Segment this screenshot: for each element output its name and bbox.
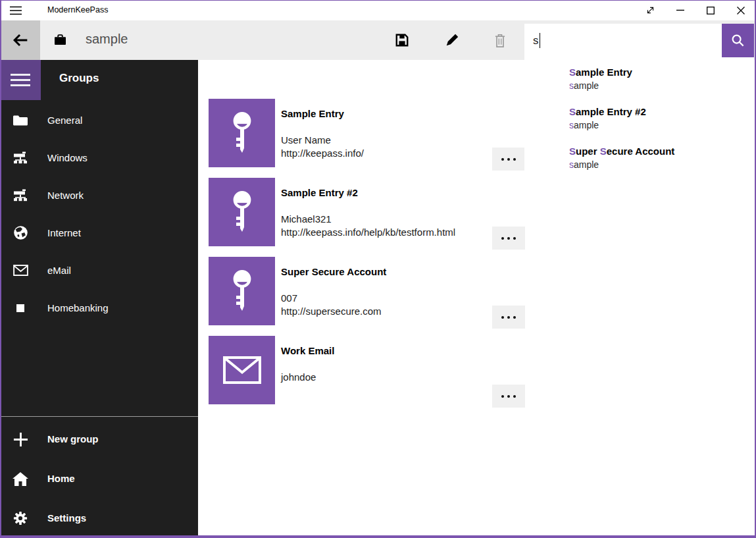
hamburger-icon[interactable] bbox=[10, 6, 22, 15]
search-input[interactable]: s bbox=[524, 24, 722, 57]
entry-row-work-email[interactable]: Work Email johndoe bbox=[209, 336, 525, 404]
suggestion-subtitle: sample bbox=[569, 119, 747, 132]
sidebar-item-home[interactable]: Home bbox=[0, 461, 198, 497]
suggestion-sample-entry-2[interactable]: Sample Entry #2 sample bbox=[569, 105, 747, 137]
key-icon bbox=[226, 111, 258, 155]
search-button[interactable] bbox=[722, 24, 754, 57]
magnifier-icon bbox=[730, 33, 745, 48]
sidebar-item-label: New group bbox=[47, 421, 99, 457]
sidebar-item-windows[interactable]: Windows bbox=[0, 139, 198, 176]
edit-button[interactable] bbox=[436, 20, 468, 60]
sidebar-item-label: Network bbox=[47, 176, 84, 214]
suggestion-subtitle: sample bbox=[569, 79, 747, 92]
back-button[interactable] bbox=[0, 20, 40, 60]
sidebar-item-internet[interactable]: Internet bbox=[0, 214, 198, 252]
save-icon bbox=[395, 33, 409, 47]
sidebar-item-email[interactable]: eMail bbox=[0, 252, 198, 289]
search-suggestions-dropdown: Sample Entry sample Sample Entry #2 samp… bbox=[524, 57, 754, 184]
suggestion-subtitle: sample bbox=[569, 158, 747, 171]
folder-icon bbox=[0, 101, 41, 139]
sidebar-item-label: eMail bbox=[47, 252, 71, 289]
entry-row-sample-entry[interactable]: Sample Entry User Name http://keepass.in… bbox=[209, 99, 525, 167]
suggestion-title: Super Secure Account bbox=[569, 145, 747, 158]
delete-button[interactable] bbox=[484, 20, 516, 60]
sidebar-item-label: Windows bbox=[47, 139, 88, 176]
text-caret bbox=[540, 33, 541, 48]
key-icon bbox=[226, 269, 258, 313]
entry-row-sample-entry-2[interactable]: Sample Entry #2 Michael321 http://keepas… bbox=[209, 178, 525, 246]
sidebar-item-homebanking[interactable]: Homebanking bbox=[0, 289, 198, 327]
sidebar-item-new-group[interactable]: New group bbox=[0, 421, 198, 457]
envelope-icon bbox=[0, 252, 41, 289]
entry-tile bbox=[209, 336, 275, 404]
entry-more-button[interactable] bbox=[492, 306, 525, 329]
sidebar-item-label: Internet bbox=[47, 214, 81, 252]
network-icon bbox=[0, 176, 41, 214]
sidebar-item-label: Settings bbox=[47, 500, 86, 536]
entry-tile bbox=[209, 257, 275, 325]
plus-icon bbox=[0, 421, 41, 457]
hamburger-icon bbox=[11, 73, 30, 87]
entry-username: Michael321 bbox=[281, 213, 332, 225]
globe-icon bbox=[0, 214, 41, 252]
entry-tile bbox=[209, 178, 275, 246]
sidebar-item-label: General bbox=[47, 101, 82, 139]
sidebar-item-label: Homebanking bbox=[47, 289, 109, 327]
gear-icon bbox=[0, 500, 41, 536]
appbar: sample s bbox=[0, 20, 756, 60]
database-title: sample bbox=[86, 32, 128, 47]
close-button[interactable] bbox=[726, 0, 756, 20]
entry-title: Super Secure Account bbox=[281, 266, 386, 277]
back-arrow-icon bbox=[11, 30, 30, 50]
groups-header: Groups bbox=[59, 72, 99, 85]
entry-url: http://keepass.info/ bbox=[281, 148, 364, 159]
entry-title: Sample Entry #2 bbox=[281, 187, 358, 198]
search-text: s bbox=[533, 34, 539, 47]
titlebar: ModernKeePass bbox=[0, 0, 756, 20]
save-button[interactable] bbox=[386, 20, 418, 60]
entry-title: Sample Entry bbox=[281, 108, 344, 119]
entry-row-super-secure-account[interactable]: Super Secure Account 007 http://supersec… bbox=[209, 257, 525, 325]
home-icon bbox=[0, 461, 41, 497]
network-icon bbox=[0, 139, 41, 176]
key-icon bbox=[226, 190, 258, 234]
entry-more-button[interactable] bbox=[492, 385, 525, 408]
sidebar-item-label: Home bbox=[47, 461, 75, 497]
entry-more-button[interactable] bbox=[492, 227, 525, 250]
suggestion-sample-entry[interactable]: Sample Entry sample bbox=[569, 66, 747, 97]
sidebar-divider bbox=[0, 416, 198, 417]
pencil-icon bbox=[445, 33, 459, 47]
entry-tile bbox=[209, 99, 275, 167]
suggestion-title: Sample Entry bbox=[569, 66, 747, 79]
suggestion-super-secure-account[interactable]: Super Secure Account sample bbox=[569, 145, 747, 176]
entry-url: http://keepass.info/help/kb/testform.htm… bbox=[281, 227, 455, 238]
entry-more-button[interactable] bbox=[492, 148, 525, 171]
minimize-button[interactable] bbox=[665, 0, 695, 20]
nav-toggle-button[interactable] bbox=[0, 60, 41, 100]
resize-diagonal-button[interactable] bbox=[635, 0, 665, 20]
maximize-button[interactable] bbox=[695, 0, 726, 20]
trash-icon bbox=[493, 33, 507, 48]
briefcase-icon bbox=[54, 34, 66, 48]
entry-username: User Name bbox=[281, 134, 331, 146]
entry-url: http://supersecure.com bbox=[281, 306, 382, 317]
app-title: ModernKeePass bbox=[47, 5, 108, 14]
sidebar: Groups General Windows Network Internet … bbox=[0, 60, 198, 538]
entry-title: Work Email bbox=[281, 345, 334, 356]
sidebar-item-network[interactable]: Network bbox=[0, 176, 198, 214]
entry-username: johndoe bbox=[281, 371, 316, 383]
envelope-icon bbox=[223, 356, 261, 384]
suggestion-title: Sample Entry #2 bbox=[569, 105, 747, 119]
square-icon bbox=[0, 289, 41, 327]
entry-username: 007 bbox=[281, 292, 297, 304]
sidebar-item-settings[interactable]: Settings bbox=[0, 500, 198, 536]
sidebar-item-general[interactable]: General bbox=[0, 101, 198, 139]
